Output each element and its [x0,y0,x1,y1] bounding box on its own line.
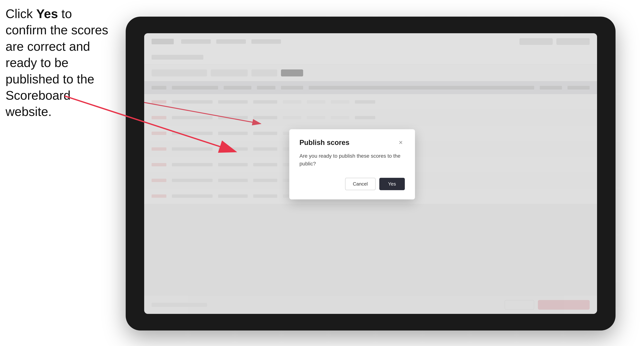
tablet-device: Publish scores × Are you ready to publis… [126,17,616,331]
annotation-text: Click Yes to confirm the scores are corr… [6,5,113,120]
annotation-rest: to confirm the scores are correct and re… [6,7,108,119]
annotation-bold: Yes [36,7,58,21]
modal-cancel-button[interactable]: Cancel [345,178,376,190]
modal-close-button[interactable]: × [397,139,405,147]
modal-header: Publish scores × [300,139,405,147]
modal-body-text: Are you ready to publish these scores to… [300,152,405,168]
modal-confirm-button[interactable]: Yes [379,178,405,190]
modal-title: Publish scores [300,139,349,147]
modal-footer: Cancel Yes [300,178,405,190]
tablet-screen: Publish scores × Are you ready to publis… [144,33,597,314]
annotation-click: Click [6,7,36,21]
modal-overlay: Publish scores × Are you ready to publis… [144,33,597,314]
modal-dialog: Publish scores × Are you ready to publis… [289,129,415,199]
